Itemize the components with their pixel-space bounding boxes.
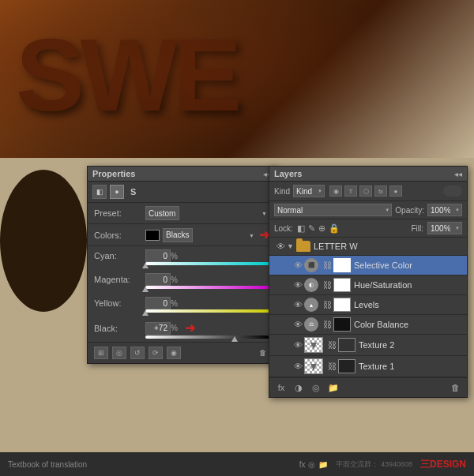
levels-eye[interactable]: 👁 <box>292 298 304 311</box>
layers-trash-icon[interactable]: 🗑 <box>448 381 462 394</box>
lock-icons: ◧ ✎ ⊕ 🔒 <box>297 223 340 234</box>
black-slider-track[interactable] <box>145 335 269 339</box>
yellow-slider-thumb[interactable] <box>142 310 149 316</box>
properties-panel: Properties ◂◂ ◧ ● S Preset: Custom Color… <box>87 166 276 364</box>
yellow-row: Yellow: 0 % <box>88 292 276 309</box>
layers-bottom-bar: fx ◑ ◎ 📁 🗑 <box>269 377 467 397</box>
filter-text-icon[interactable]: T <box>344 186 357 197</box>
properties-trash-icon[interactable]: 🗑 <box>255 347 269 359</box>
layer-levels[interactable]: 👁 ▲ ⛓ Levels <box>269 295 467 315</box>
magenta-row: Magenta: 0 % <box>88 268 276 286</box>
lock-artboard-icon[interactable]: ⊕ <box>318 223 325 234</box>
group-watermark-text: 平面交流群： 43940608 <box>336 459 412 470</box>
properties-eye-icon[interactable]: ◎ <box>112 347 126 359</box>
layers-blend-row: Normal Opacity: <box>269 201 467 219</box>
properties-target-icon[interactable]: ⟳ <box>149 347 163 359</box>
layers-mask-icon[interactable]: ◎ <box>309 381 323 394</box>
yellow-value-input[interactable]: 0 <box>145 297 171 309</box>
layers-collapse-btn[interactable]: ◂◂ <box>454 170 462 178</box>
layer-texture1[interactable]: 👁 ▼ ⛓ Texture 1 <box>269 356 467 377</box>
properties-refresh-icon[interactable]: ↺ <box>130 347 145 359</box>
layers-adjustment-icon[interactable]: ◑ <box>292 381 306 394</box>
hue-saturation-eye[interactable]: 👁 <box>292 279 304 291</box>
layer-hue-saturation[interactable]: 👁 ◐ ⛓ Hue/Saturation <box>269 275 467 295</box>
blend-select[interactable]: Normal <box>274 204 392 216</box>
yellow-slider-track-container <box>88 309 276 316</box>
layers-group-icon[interactable]: 📁 <box>326 381 340 394</box>
properties-grid-icon[interactable]: ⊞ <box>94 347 108 359</box>
cyan-slider-thumb[interactable] <box>142 263 149 268</box>
properties-letter: S <box>130 187 136 197</box>
properties-titlebar: Properties ◂◂ <box>88 167 276 182</box>
layer-group-letter-w[interactable]: 👁 ▼ LETTER W <box>269 238 467 256</box>
blend-select-wrapper: Normal <box>274 204 392 216</box>
texture1-link[interactable]: ⛓ <box>328 362 337 371</box>
lock-pixels-icon[interactable]: ◧ <box>297 223 305 234</box>
opacity-input[interactable] <box>427 204 462 216</box>
texture2-link[interactable]: ⛓ <box>328 340 337 350</box>
levels-link[interactable]: ⛓ <box>323 300 332 309</box>
bottom-right-area: fx ◎ 📁 平面交流群： 43940608 三DESIGN <box>299 458 466 471</box>
black-row: Black: +72 % ➜ <box>88 316 276 335</box>
magenta-label: Magenta: <box>94 275 145 284</box>
hue-saturation-link[interactable]: ⛓ <box>323 280 332 290</box>
levels-adj-icon: ▲ <box>304 298 318 312</box>
properties-bottom-bar: ⊞ ◎ ↺ ⟳ ◉ 🗑 <box>88 342 276 363</box>
colors-select[interactable]: Blacks <box>163 228 193 242</box>
lock-position-icon[interactable]: ✎ <box>308 223 315 234</box>
layer-texture2[interactable]: 👁 ▼ ⛓ Texture 2 <box>269 335 467 356</box>
texture1-eye[interactable]: 👁 <box>292 360 304 373</box>
levels-name: Levels <box>354 300 462 309</box>
colors-row: Colors: Blacks ➜ <box>88 224 276 246</box>
magenta-slider-track[interactable] <box>145 286 269 289</box>
properties-icon1[interactable]: ◧ <box>92 185 107 199</box>
color-balance-eye[interactable]: 👁 <box>292 318 304 331</box>
black-slider-thumb[interactable] <box>231 336 238 342</box>
preset-select-wrapper: Custom <box>145 206 269 220</box>
properties-visibility-icon[interactable]: ◉ <box>167 347 181 359</box>
kind-select[interactable]: Kind <box>293 185 325 197</box>
magenta-value-input[interactable]: 0 <box>145 273 171 286</box>
layers-title: Layers <box>274 169 302 178</box>
preset-select[interactable]: Custom <box>145 206 179 220</box>
group-expand-arrow[interactable]: ▼ <box>287 242 294 250</box>
chocolate-circle <box>0 170 87 312</box>
selective-color-eye[interactable]: 👁 <box>292 259 304 272</box>
layer-selective-color[interactable]: 👁 ⬛ ⛓ Selective Color <box>269 256 467 275</box>
bottom-icon1[interactable]: ◎ <box>308 460 315 469</box>
properties-icon-row: ◧ ● S <box>88 182 276 203</box>
selective-color-name: Selective Color <box>354 260 462 270</box>
filter-shape-icon[interactable]: ⬡ <box>359 186 372 197</box>
properties-icon2[interactable]: ● <box>110 185 124 199</box>
cyan-slider-track[interactable] <box>145 262 269 265</box>
yellow-slider-track[interactable] <box>145 309 269 313</box>
group-visibility-eye[interactable]: 👁 <box>274 240 287 253</box>
lock-all-icon[interactable]: 🔒 <box>329 223 340 234</box>
fill-input[interactable] <box>427 222 462 234</box>
texture2-eye[interactable]: 👁 <box>292 339 304 351</box>
watermark-number: 43940608 <box>381 460 412 468</box>
filter-smart-icon[interactable]: ● <box>389 186 402 197</box>
black-value-input[interactable]: +72 <box>145 322 171 335</box>
filter-pixel-icon[interactable]: ◉ <box>329 186 342 197</box>
icon1-symbol: ◧ <box>96 188 103 196</box>
yellow-label: Yellow: <box>94 298 145 308</box>
color-swatch[interactable] <box>145 230 160 241</box>
texture2-name: Texture 2 <box>359 340 462 350</box>
color-balance-link[interactable]: ⛓ <box>323 320 332 329</box>
magenta-slider-thumb[interactable] <box>142 287 149 292</box>
layer-color-balance[interactable]: 👁 ⚖ ⛓ Color Balance <box>269 315 467 335</box>
group-prefix: 平面交流群： <box>336 460 378 468</box>
filter-toggle[interactable] <box>443 186 462 197</box>
filter-fx-icon[interactable]: fx <box>374 186 387 197</box>
layers-fx-icon[interactable]: fx <box>274 381 288 394</box>
cyan-value-input[interactable]: 0 <box>145 249 171 262</box>
selective-color-mask <box>333 258 351 272</box>
bottom-fx-text[interactable]: fx <box>299 460 306 469</box>
color-balance-adj-icon: ⚖ <box>304 317 318 332</box>
bottom-bar: Textbook of translation fx ◎ 📁 平面交流群： 43… <box>0 452 474 476</box>
bottom-icon2[interactable]: 📁 <box>318 460 328 469</box>
selective-color-link[interactable]: ⛓ <box>323 260 332 270</box>
preset-label: Preset: <box>94 208 145 218</box>
texture2-mask <box>338 338 356 352</box>
